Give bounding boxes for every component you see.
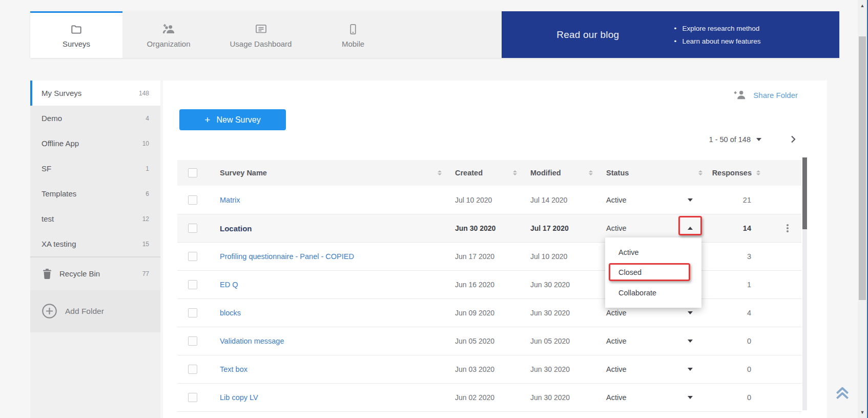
sidebar-item-sf[interactable]: SF1 bbox=[30, 156, 160, 181]
column-header-status[interactable]: Status bbox=[597, 160, 710, 186]
share-folder-button[interactable]: Share Folder bbox=[733, 89, 798, 101]
sort-icon[interactable] bbox=[438, 170, 442, 175]
row-checkbox[interactable] bbox=[188, 336, 197, 346]
table-scrollbar-thumb[interactable] bbox=[802, 157, 807, 229]
new-survey-button[interactable]: + New Survey bbox=[179, 109, 286, 130]
status-dropdown-toggle[interactable] bbox=[688, 340, 693, 343]
sidebar-item-my-surveys[interactable]: My Surveys148 bbox=[30, 81, 160, 106]
add-folder-label: Add Folder bbox=[65, 307, 104, 316]
row-menu-cell bbox=[763, 327, 801, 355]
app-root: SurveysOrganizationUsage DashboardMobile… bbox=[0, 0, 868, 418]
tab-mobile[interactable]: Mobile bbox=[307, 11, 399, 58]
row-menu-cell bbox=[763, 214, 801, 242]
survey-name-link[interactable]: Profiling questionnaire - Panel - COPIED bbox=[220, 252, 354, 261]
column-header-responses[interactable]: Responses bbox=[710, 160, 763, 186]
table-row[interactable]: ED QJun 16 2020Jun 30 20201 bbox=[177, 270, 801, 298]
table-row[interactable]: Profiling questionnaire - Panel - COPIED… bbox=[177, 242, 801, 270]
row-checkbox[interactable] bbox=[188, 393, 197, 402]
status-option-closed[interactable]: Closed bbox=[605, 263, 701, 283]
row-checkbox-cell bbox=[177, 384, 210, 411]
table-row[interactable]: Text boxJun 03 2020Jun 30 2020Active0 bbox=[177, 355, 801, 383]
folder-label: XA testing bbox=[42, 240, 76, 248]
modified-cell: Jun 30 2020 bbox=[521, 384, 597, 411]
survey-name-link[interactable]: Lib copy LV bbox=[220, 393, 258, 402]
scroll-to-top-button[interactable] bbox=[833, 384, 852, 402]
folder-count: 4 bbox=[146, 115, 149, 122]
table-row[interactable]: blocksJun 09 2020Jun 30 2020Active4 bbox=[177, 298, 801, 327]
status-option-collaborate[interactable]: Collaborate bbox=[605, 283, 701, 303]
responses-cell: 14 bbox=[710, 214, 763, 242]
row-checkbox[interactable] bbox=[188, 280, 197, 289]
row-checkbox[interactable] bbox=[188, 224, 197, 233]
folder-count: 15 bbox=[142, 241, 149, 248]
row-checkbox-cell bbox=[177, 214, 210, 242]
sidebar-item-xa-testing[interactable]: XA testing15 bbox=[30, 231, 160, 256]
sidebar-item-test[interactable]: test12 bbox=[30, 206, 160, 231]
add-folder-section: Add Folder bbox=[30, 290, 160, 332]
sidebar: My Surveys148Demo4Offline App10SF1Templa… bbox=[30, 81, 160, 418]
sort-icon[interactable] bbox=[589, 170, 593, 175]
row-checkbox-cell bbox=[177, 355, 210, 383]
status-dropdown-toggle[interactable] bbox=[688, 198, 693, 202]
next-page-button[interactable] bbox=[785, 131, 800, 147]
folder-count: 10 bbox=[142, 140, 149, 147]
status-option-active[interactable]: Active bbox=[605, 242, 701, 263]
sort-icon[interactable] bbox=[513, 170, 517, 175]
survey-name-link[interactable]: Validation message bbox=[220, 337, 284, 345]
tab-organization[interactable]: Organization bbox=[122, 11, 215, 58]
banner-bullet: Explore research method bbox=[674, 22, 824, 35]
sidebar-item-templates[interactable]: Templates6 bbox=[30, 181, 160, 206]
scrollbar-down-arrow-icon[interactable]: ▼ bbox=[858, 409, 867, 416]
add-folder-button[interactable]: Add Folder bbox=[42, 303, 104, 319]
survey-name-link[interactable]: Text box bbox=[220, 365, 247, 373]
row-checkbox[interactable] bbox=[188, 252, 197, 261]
nav-tabs: SurveysOrganizationUsage DashboardMobile bbox=[30, 11, 399, 58]
survey-name-link[interactable]: Location bbox=[220, 224, 252, 233]
survey-name-link[interactable]: ED Q bbox=[220, 281, 238, 289]
column-header-modified[interactable]: Modified bbox=[521, 160, 597, 186]
table-row[interactable]: MatrixJul 10 2020Jul 14 2020Active21 bbox=[177, 186, 801, 214]
row-checkbox[interactable] bbox=[188, 365, 197, 374]
row-menu-cell bbox=[763, 355, 801, 383]
recycle-bin-count: 77 bbox=[142, 270, 149, 277]
table-scrollbar[interactable] bbox=[802, 157, 807, 410]
status-dropdown-toggle[interactable] bbox=[688, 368, 693, 371]
status-dropdown-menu: ActiveClosedCollaborate bbox=[605, 237, 701, 308]
sidebar-item-offline-app[interactable]: Offline App10 bbox=[30, 131, 160, 156]
sort-icon[interactable] bbox=[756, 170, 760, 175]
status-dropdown-toggle[interactable] bbox=[688, 227, 693, 230]
folder-count: 12 bbox=[142, 215, 149, 223]
folder-icon bbox=[70, 23, 83, 36]
modified-cell: Jul 17 2020 bbox=[521, 214, 597, 242]
pagination-control[interactable]: 1 - 50 of 148 bbox=[709, 133, 761, 146]
blog-banner[interactable]: Read our blog Explore research methodLea… bbox=[502, 11, 839, 58]
sidebar-item-demo[interactable]: Demo4 bbox=[30, 106, 160, 131]
survey-name-link[interactable]: blocks bbox=[220, 309, 241, 317]
status-toggle-cell bbox=[681, 327, 710, 355]
table-row[interactable]: Lib copy LVJun 02 2020Jun 30 2020Active0 bbox=[177, 383, 801, 411]
scrollbar-up-arrow-icon[interactable]: ▲ bbox=[858, 2, 867, 9]
survey-name-cell: blocks bbox=[210, 299, 446, 327]
sidebar-item-recycle-bin[interactable]: Recycle Bin 77 bbox=[30, 257, 160, 290]
plus-icon: + bbox=[204, 115, 210, 125]
select-all-checkbox[interactable] bbox=[188, 168, 197, 177]
row-menu-button[interactable] bbox=[784, 222, 791, 234]
row-menu-cell bbox=[763, 271, 801, 298]
column-header-created[interactable]: Created bbox=[446, 160, 521, 186]
row-checkbox[interactable] bbox=[188, 195, 197, 205]
survey-name-link[interactable]: Matrix bbox=[220, 196, 240, 204]
tab-usage-dashboard[interactable]: Usage Dashboard bbox=[215, 11, 307, 58]
scrollbar-thumb[interactable] bbox=[859, 36, 866, 300]
table-row[interactable]: LocationJun 30 2020Jul 17 2020Active14 bbox=[177, 214, 801, 242]
sort-icon[interactable] bbox=[698, 170, 702, 175]
tab-surveys[interactable]: Surveys bbox=[30, 11, 122, 58]
modified-cell: Jun 05 2020 bbox=[521, 327, 597, 355]
column-header-survey-name[interactable]: Survey Name bbox=[210, 160, 446, 186]
row-checkbox[interactable] bbox=[188, 308, 197, 317]
banner-title[interactable]: Read our blog bbox=[502, 29, 674, 41]
status-dropdown-toggle[interactable] bbox=[688, 396, 693, 399]
table-row[interactable]: Validation messageJun 05 2020Jun 05 2020… bbox=[177, 327, 801, 355]
status-dropdown-toggle[interactable] bbox=[688, 311, 693, 314]
column-label: Modified bbox=[530, 169, 561, 177]
browser-scrollbar[interactable]: ▲ ▼ bbox=[858, 0, 867, 418]
